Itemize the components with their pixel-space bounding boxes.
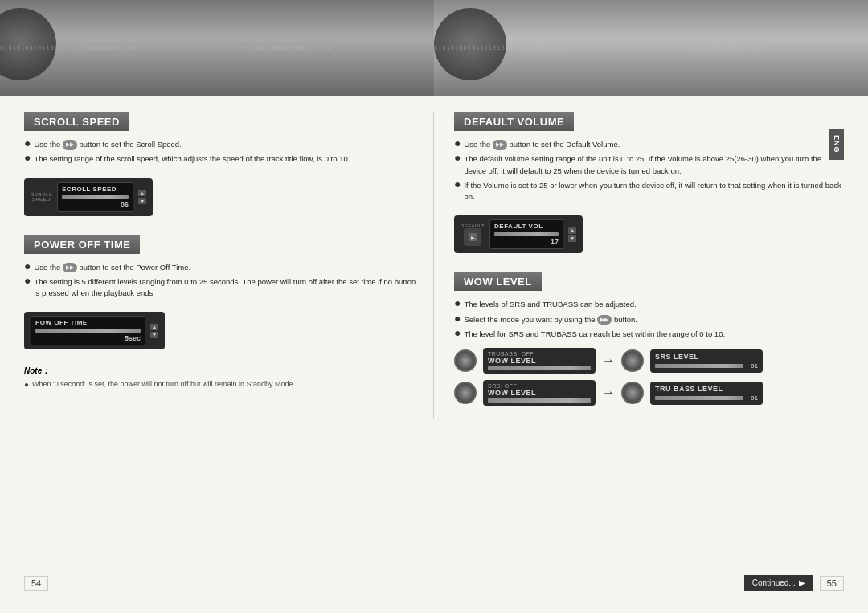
bullet-dot-6: ● — [454, 152, 461, 163]
wow-target-bar-row-2: 01 — [655, 394, 758, 402]
wow-target-value-1: 01 — [746, 362, 758, 370]
arrow-right-2: → — [602, 386, 615, 400]
bullet-dot-2: ● — [24, 152, 31, 163]
wow-bar-row-1 — [488, 366, 591, 370]
default-vol-screen: DEFAULT VOL 17 — [489, 219, 563, 249]
default-vol-value: 17 — [494, 238, 559, 246]
scroll-speed-bullets: ● Use the ▶▶ button to set the Scroll Sp… — [24, 139, 417, 166]
wow-device-1: Trubass: OFF WOW LEVEL — [483, 348, 596, 374]
header-banner: 0101010010110101001010110010110101001010… — [0, 0, 868, 96]
note-text-1: When '0 second' is set, the power will n… — [32, 380, 295, 388]
wow-device-2-name: WOW LEVEL — [488, 389, 591, 397]
wow-device-2-sub: SRS: OFF — [488, 383, 591, 389]
wow-level-header: WOW LEVEL — [454, 272, 542, 291]
wow-bullet-1: ● The levels of SRS and TRUBASS can be a… — [454, 299, 844, 310]
bullet-dot: ● — [24, 137, 31, 149]
bullet-dot-8: ● — [454, 297, 461, 309]
wow-row-1: Trubass: OFF WOW LEVEL → SRS LEVEL 01 — [454, 348, 844, 374]
pow-off-value: 5sec — [35, 334, 141, 342]
pow-arrow-down: ▼ — [150, 332, 158, 338]
scroll-speed-section: SCROLL SPEED ● Use the ▶▶ button to set … — [24, 112, 417, 223]
scroll-speed-bullet-1: ● Use the ▶▶ button to set the Scroll Sp… — [24, 139, 417, 150]
default-volume-bullet-2-text: The default volume setting range of the … — [464, 153, 844, 177]
main-content: SCROLL SPEED ● Use the ▶▶ button to set … — [0, 96, 868, 431]
scroll-btn-icon: ▶▶ — [63, 140, 77, 150]
wow-target-1: SRS LEVEL 01 — [650, 349, 763, 373]
scroll-label-bottom: SPEED — [32, 197, 51, 202]
default-arrow-up: ▲ — [568, 227, 576, 234]
wow-circle-3 — [454, 382, 477, 404]
wow-circle-2 — [621, 349, 644, 372]
default-vol-display: DEFAULT ▶ DEFAULT VOL 17 ▲ ▼ — [454, 215, 583, 253]
wow-circle-4 — [621, 382, 644, 404]
bullet-dot-10: ● — [454, 327, 461, 338]
wow-target-value-2: 01 — [746, 394, 758, 402]
eng-badge: ENG — [829, 129, 844, 160]
wow-level-section: WOW LEVEL ● The levels of SRS and TRUBAS… — [454, 272, 844, 406]
power-off-bullet-2: ● The setting is 5 different levels rang… — [24, 276, 417, 300]
wow-target-2: Tru Bass LEVEL 01 — [650, 382, 763, 405]
wow-btn-icon: ▶▶ — [597, 315, 612, 325]
wow-bar-2 — [488, 398, 591, 403]
default-vol-display-left: DEFAULT ▶ — [461, 223, 485, 246]
page-number-left: 54 — [24, 576, 48, 591]
wow-row-2: SRS: OFF WOW LEVEL → Tru Bass LEVEL 01 — [454, 380, 844, 406]
scroll-speed-arrows: ▲ ▼ — [138, 190, 146, 204]
default-vol-screen-title: DEFAULT VOL — [494, 223, 559, 230]
continued-button[interactable]: Continued... ▶ — [744, 575, 813, 591]
wow-device-1-sub: Trubass: OFF — [488, 351, 591, 357]
wow-target-1-name: SRS LEVEL — [655, 353, 758, 361]
default-volume-bullet-2: ● The default volume setting range of th… — [454, 153, 844, 177]
wow-target-bar-2 — [655, 396, 743, 400]
wow-circle-1 — [454, 349, 477, 372]
default-volume-bullet-3: ● If the Volume is set to 25 or lower wh… — [454, 180, 844, 203]
scroll-speed-bar — [62, 195, 129, 199]
pow-off-display: POW OFF TIME 5sec ▲ ▼ — [24, 312, 165, 349]
wow-device-1-name: WOW LEVEL — [488, 357, 591, 365]
arrow-up: ▲ — [138, 190, 146, 196]
scroll-speed-value: 06 — [62, 201, 129, 209]
power-off-bullets: ● Use the ▶▶ button to set the Power Off… — [24, 262, 417, 300]
default-volume-section: DEFAULT VOLUME ● Use the ▶▶ button to se… — [454, 112, 844, 260]
page-number-right: 55 — [820, 576, 844, 591]
power-off-bullet-1: ● Use the ▶▶ button to set the Power Off… — [24, 262, 417, 273]
wow-bullet-1-text: The levels of SRS and TRUBASS can be adj… — [464, 299, 844, 310]
wow-device-2: SRS: OFF WOW LEVEL — [483, 380, 596, 406]
continued-arrow: ▶ — [799, 578, 805, 587]
scroll-speed-bullet-2-text: The setting range of the scroll speed, w… — [34, 153, 417, 165]
default-volume-bullet-3-text: If the Volume is set to 25 or lower when… — [464, 180, 844, 203]
bullet-dot-7: ● — [454, 178, 461, 190]
continued-text: Continued... — [752, 578, 796, 587]
left-column: SCROLL SPEED ● Use the ▶▶ button to set … — [24, 112, 434, 419]
wow-diagram: Trubass: OFF WOW LEVEL → SRS LEVEL 01 — [454, 348, 844, 406]
arrow-down: ▼ — [138, 198, 146, 204]
pow-arrow-up: ▲ — [150, 324, 158, 330]
wow-bullet-2-text: Select the mode you want by using the ▶▶… — [464, 314, 844, 325]
wow-bullet-2: ● Select the mode you want by using the … — [454, 314, 844, 325]
power-off-bullet-2-text: The setting is 5 different levels rangin… — [34, 276, 417, 300]
power-off-time-header: POWER OFF TIME — [24, 235, 140, 254]
continued-area: Continued... ▶ 55 — [744, 575, 844, 591]
wow-target-bar-row-1: 01 — [655, 362, 758, 370]
default-vol-bar — [494, 232, 559, 236]
default-label: DEFAULT — [461, 223, 485, 228]
page-footer: 54 Continued... ▶ 55 — [0, 569, 868, 597]
pow-arrows: ▲ ▼ — [150, 324, 158, 338]
vol-btn-icon: ▶▶ — [493, 140, 507, 150]
bullet-dot-4: ● — [24, 275, 31, 286]
pow-off-screen: POW OFF TIME 5sec — [31, 316, 145, 345]
default-vol-arrows: ▲ ▼ — [568, 227, 576, 242]
pow-off-screen-title: POW OFF TIME — [35, 319, 141, 326]
bullet-dot-5: ● — [454, 137, 461, 149]
power-off-time-section: POWER OFF TIME ● Use the ▶▶ button to se… — [24, 235, 417, 390]
wow-target-2-name: Tru Bass LEVEL — [655, 385, 758, 393]
right-column: ENG DEFAULT VOLUME ● Use the ▶▶ button t… — [434, 112, 844, 419]
pow-off-bar — [35, 329, 141, 333]
wow-level-bullets: ● The levels of SRS and TRUBASS can be a… — [454, 299, 844, 340]
wow-bullet-3: ● The level for SRS and TRUBASS can each… — [454, 329, 844, 340]
scroll-speed-display: SCROLL SPEED SCROLL SPEED 06 ▲ ▼ — [24, 178, 153, 216]
scroll-speed-display-left: SCROLL SPEED — [31, 192, 52, 202]
note-title: Note： — [24, 366, 417, 377]
scroll-speed-bullet-1-text: Use the ▶▶ button to set the Scroll Spee… — [34, 139, 417, 150]
default-volume-bullet-1: ● Use the ▶▶ button to set the Default V… — [454, 139, 844, 150]
